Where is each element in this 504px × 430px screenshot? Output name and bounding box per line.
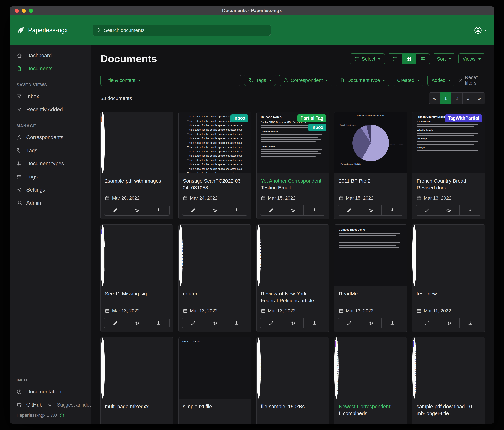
- card-title[interactable]: sample-pdf-download-10-mb-longer-title: [417, 403, 480, 417]
- view-details-button[interactable]: [416, 53, 430, 65]
- app-brand[interactable]: Paperless-ngx: [17, 26, 93, 34]
- document-card[interactable]: This is a test file. simple txt file: [178, 337, 251, 424]
- card-title[interactable]: 2011 BP Pie 2: [339, 178, 403, 191]
- pagination-next[interactable]: »: [474, 93, 485, 104]
- view-document-button[interactable]: [438, 318, 459, 328]
- sidebar-item-document-types[interactable]: Document types: [9, 157, 91, 170]
- global-search[interactable]: [93, 25, 271, 36]
- edit-document-button[interactable]: [260, 318, 282, 328]
- document-thumbnail[interactable]: Lorem ipsum Lorem ipsum dolor sit amet, …: [257, 337, 261, 399]
- title-content-dropdown[interactable]: Title & content: [100, 75, 145, 86]
- document-thumbnail[interactable]: Lorem ipsum dolor sit amet, consectetur …: [412, 337, 416, 399]
- card-title[interactable]: multi-page-mixedxx: [105, 403, 169, 417]
- document-card[interactable]: Lorem ipsum Lorem ipsum dolor sit amet, …: [256, 337, 329, 424]
- view-list-button[interactable]: [388, 53, 402, 65]
- document-card[interactable]: Review of New York Federal Petitions for…: [256, 224, 329, 332]
- view-document-button[interactable]: [204, 318, 226, 328]
- download-document-button[interactable]: [148, 318, 170, 328]
- card-title[interactable]: simple txt file: [183, 403, 247, 417]
- view-document-button[interactable]: [126, 205, 148, 215]
- document-card[interactable]: Patient BP Distribution 2011 Stage 1 Hyp…: [334, 112, 407, 219]
- sidebar-item-github[interactable]: GitHub: [9, 398, 45, 411]
- title-content-filter-input[interactable]: [145, 75, 241, 86]
- document-thumbnail[interactable]: Lorem ipsum dolor sit amet, consectetur …: [334, 337, 339, 399]
- card-title[interactable]: test_new: [417, 290, 480, 304]
- document-card[interactable]: French Country BreadFor the Leaven:Make …: [412, 112, 485, 219]
- card-title[interactable]: Yet Another Correspondent: Testing Email: [261, 178, 325, 191]
- card-correspondent-link[interactable]: Newest Correspondent: [339, 404, 390, 409]
- document-card[interactable]: Contact Sheet Demo ReadMe Mar 13, 2022: [334, 224, 407, 332]
- tag-badge-tagwithpartial[interactable]: TagWithPartial: [445, 114, 482, 122]
- document-card[interactable]: Lorem ipsum dolor sit amet, consectetur …: [334, 337, 407, 424]
- document-thumbnail[interactable]: Patient BP Distribution 2011 Stage 1 Hyp…: [334, 112, 407, 173]
- view-document-button[interactable]: [282, 318, 304, 328]
- card-title[interactable]: ReadMe: [339, 290, 403, 304]
- tag-badge-tagwithpartial[interactable]: TagWithPartial: [412, 340, 414, 348]
- sidebar-item-recently-added[interactable]: Recently Added: [9, 103, 91, 116]
- edit-document-button[interactable]: [338, 318, 360, 328]
- tag-badge-tagwithpartial[interactable]: TagWithPartial: [101, 227, 102, 235]
- document-card[interactable]: This is a multi page document. Page 1. m…: [100, 337, 173, 424]
- card-title[interactable]: Sonstige ScanPC2022 03-24_081058: [183, 178, 247, 191]
- document-thumbnail[interactable]: This is a test for the double space char…: [179, 112, 251, 173]
- document-card[interactable]: Release NotesSimba ODBC Driver for SQL S…: [256, 112, 329, 219]
- search-input[interactable]: [104, 28, 267, 33]
- view-document-button[interactable]: [126, 318, 148, 328]
- document-card[interactable]: Adobe Acrobat PDF Files test_new Mar 11,…: [412, 224, 485, 332]
- document-thumbnail[interactable]: This is a test file.: [179, 337, 251, 399]
- view-document-button[interactable]: [360, 205, 382, 215]
- download-document-button[interactable]: [304, 205, 325, 215]
- document-thumbnail[interactable]: This is the text that appears on the fir…: [179, 224, 183, 286]
- sidebar-item-inbox[interactable]: Inbox: [9, 90, 91, 103]
- download-document-button[interactable]: [304, 318, 325, 328]
- card-title[interactable]: file-sample_150kBs: [261, 403, 325, 417]
- edit-document-button[interactable]: [416, 318, 438, 328]
- download-document-button[interactable]: [225, 318, 247, 328]
- sort-button[interactable]: Sort: [433, 53, 455, 65]
- document-card[interactable]: Another Sample Tag 2sample-pdf-with-imag…: [100, 112, 173, 219]
- card-title[interactable]: rotated: [183, 290, 247, 304]
- document-thumbnail[interactable]: Review of New York Federal Petitions for…: [257, 224, 261, 286]
- pagination-page-3[interactable]: 3: [462, 93, 474, 104]
- view-grid-button[interactable]: [402, 53, 416, 65]
- document-card[interactable]: This is a test for the double space char…: [178, 112, 251, 219]
- edit-document-button[interactable]: [260, 205, 282, 215]
- edit-document-button[interactable]: [104, 318, 126, 328]
- pagination-page-2[interactable]: 2: [451, 93, 463, 104]
- filter-correspondent-button[interactable]: Correspondent: [279, 75, 333, 86]
- zoom-button[interactable]: [29, 9, 33, 13]
- document-thumbnail[interactable]: 1.1. CONTINUING MEDICAL EDUCATION Attest…: [101, 224, 105, 286]
- view-document-button[interactable]: [204, 205, 226, 215]
- card-title[interactable]: Sec 11-Missing sig: [105, 290, 169, 304]
- tag-badge-another-sample-tag[interactable]: Another Sample Tag: [101, 114, 102, 122]
- download-document-button[interactable]: [459, 205, 481, 215]
- sidebar-item-logs[interactable]: Logs: [9, 170, 91, 183]
- reset-filters-button[interactable]: Reset filters: [459, 75, 485, 86]
- tag-badge-newone[interactable]: NewOne: [334, 340, 336, 348]
- sidebar-item-settings[interactable]: Settings: [9, 183, 91, 196]
- close-button[interactable]: [15, 9, 19, 13]
- filter-added-button[interactable]: Added: [427, 75, 455, 86]
- sidebar-item-suggest-idea[interactable]: Suggest an idea: [45, 398, 91, 411]
- card-title[interactable]: French Country Bread Revised.docx: [417, 178, 480, 191]
- document-card[interactable]: This is the text that appears on the fir…: [178, 224, 251, 332]
- edit-document-button[interactable]: [182, 318, 204, 328]
- document-card[interactable]: 1.1. CONTINUING MEDICAL EDUCATION Attest…: [100, 224, 173, 332]
- document-card[interactable]: Lorem ipsum dolor sit amet, consectetur …: [412, 337, 485, 424]
- view-document-button[interactable]: [282, 205, 304, 215]
- filter-document-type-button[interactable]: Document type: [336, 75, 389, 86]
- select-button[interactable]: Select: [350, 53, 385, 65]
- tag-badge-partial-tag[interactable]: Partial Tag: [297, 114, 326, 122]
- document-thumbnail[interactable]: Contact Sheet Demo: [334, 224, 407, 286]
- sidebar-item-documentation[interactable]: Documentation: [9, 385, 91, 398]
- edit-document-button[interactable]: [182, 205, 204, 215]
- view-document-button[interactable]: [360, 318, 382, 328]
- filter-created-button[interactable]: Created: [393, 75, 424, 86]
- tag-badge-inbox[interactable]: Inbox: [230, 114, 249, 122]
- edit-document-button[interactable]: [416, 205, 438, 215]
- pagination-prev[interactable]: «: [429, 93, 440, 104]
- download-document-button[interactable]: [459, 318, 481, 328]
- download-document-button[interactable]: [381, 205, 403, 215]
- download-document-button[interactable]: [381, 318, 403, 328]
- sidebar-item-documents[interactable]: Documents: [9, 62, 91, 75]
